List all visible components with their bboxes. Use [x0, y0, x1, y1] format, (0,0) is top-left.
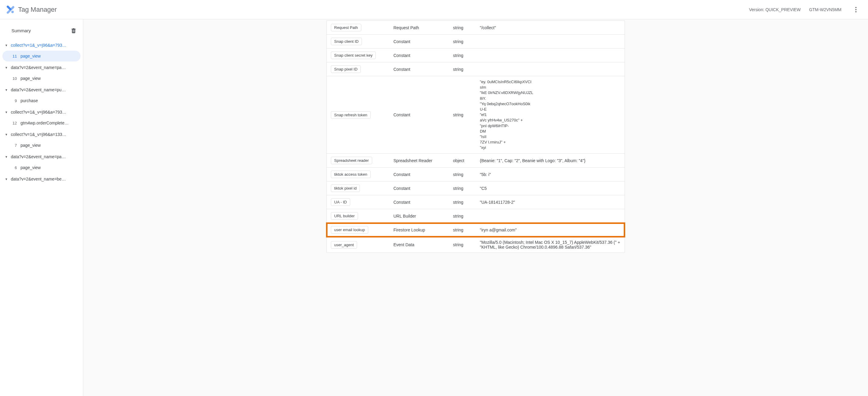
variable-return-type: string: [449, 76, 476, 154]
svg-point-2: [11, 10, 14, 13]
sidebar-event-item[interactable]: 6page_view: [2, 162, 81, 173]
variable-type: Firestore Lookup: [389, 223, 449, 237]
variable-return-type: string: [449, 223, 476, 237]
variable-type: Constant: [389, 168, 449, 182]
variable-value: "iryn a@gmail.com": [476, 223, 625, 237]
sidebar-group-label: data?v=2&event_name=pu…: [11, 88, 66, 92]
sidebar-group: ▼data?v=2&event_name=pu…9purchase: [2, 85, 81, 106]
event-label: page_view: [21, 165, 41, 170]
variable-value: [476, 62, 625, 76]
sidebar-group: ▼collect?v=1&_v=j96&a=133…7page_view: [2, 129, 81, 151]
variable-name-chip[interactable]: Request Path: [331, 24, 361, 31]
sidebar-group-header[interactable]: ▼collect?v=1&_v=j96&a=793…: [2, 40, 81, 51]
sidebar-group-header[interactable]: ▼data?v=2&event_name=pa…: [2, 151, 81, 162]
variable-type: Constant: [389, 76, 449, 154]
event-number: 6: [11, 165, 17, 170]
sidebar-group-header[interactable]: ▼data?v=2&event_name=be…: [2, 174, 81, 185]
event-label: page_view: [21, 54, 41, 59]
variable-row[interactable]: Snap pixel IDConstantstring: [327, 62, 625, 76]
variable-row[interactable]: URL builderURL Builderstring: [327, 209, 625, 223]
version-label: Version: QUICK_PREVIEW: [749, 7, 801, 12]
variable-value: "/collect": [476, 21, 625, 35]
variable-type: Constant: [389, 195, 449, 209]
variable-type: URL Builder: [389, 209, 449, 223]
sidebar-event-item[interactable]: 10page_view: [2, 73, 81, 84]
summary-label: Summary: [11, 28, 31, 33]
variable-return-type: string: [449, 209, 476, 223]
variable-name-chip[interactable]: UA - ID: [331, 198, 350, 206]
variable-name-chip[interactable]: user email lookup: [331, 226, 368, 234]
header-left: Tag Manager: [6, 5, 57, 14]
variable-return-type: string: [449, 182, 476, 195]
variable-name-chip[interactable]: Spreadsheet reader: [331, 157, 372, 164]
variable-value: "C5: [476, 182, 625, 195]
variable-row[interactable]: tiktok access tokenConstantstring"5b: i": [327, 168, 625, 182]
sidebar-group-label: data?v=2&event_name=be…: [11, 176, 66, 182]
variable-type: Request Path: [389, 21, 449, 35]
svg-rect-4: [74, 30, 74, 32]
more-menu-button[interactable]: [850, 4, 862, 16]
sidebar-group-label: data?v=2&event_name=pa…: [11, 154, 66, 159]
container-id: GTM-W2VN5MM: [809, 7, 841, 12]
variable-type: Constant: [389, 48, 449, 62]
variable-return-type: string: [449, 237, 476, 253]
variable-value: "ey. 0uMCIsInR5cCI6IkpXVCI sIm "IkE: [476, 76, 625, 154]
event-number: 9: [11, 99, 17, 103]
gtm-logo-icon: [6, 5, 14, 14]
variable-return-type: string: [449, 168, 476, 182]
variable-return-type: string: [449, 62, 476, 76]
variable-row[interactable]: Snap client secret keyConstantstring: [327, 48, 625, 62]
chevron-down-icon: ▼: [5, 88, 8, 92]
variable-type: Constant: [389, 35, 449, 48]
app-title: Tag Manager: [18, 6, 57, 13]
variable-name-chip[interactable]: Snap refresh token: [331, 111, 371, 119]
sidebar-group-label: collect?v=1&_v=j96&a=793…: [11, 110, 66, 114]
variable-row[interactable]: user email lookupFirestore Lookupstring"…: [327, 223, 625, 237]
variable-return-type: object: [449, 154, 476, 168]
variable-return-type: string: [449, 21, 476, 35]
variable-row[interactable]: UA - IDConstantstring"UA-181411728-2": [327, 195, 625, 209]
variable-row[interactable]: user_agentEvent Datastring"Mozilla/5.0 (…: [327, 237, 625, 253]
clear-icon[interactable]: [70, 27, 77, 34]
chevron-down-icon: ▼: [5, 44, 8, 47]
variable-type: Constant: [389, 182, 449, 195]
sidebar-group: ▼data?v=2&event_name=be…: [2, 174, 81, 185]
variable-return-type: string: [449, 35, 476, 48]
variables-table: Request PathRequest Pathstring"/collect"…: [327, 21, 625, 253]
variable-name-chip[interactable]: Snap pixel ID: [331, 65, 361, 73]
sidebar-group: ▼data?v=2&event_name=pa…6page_view: [2, 151, 81, 173]
variable-value: "Mozilla/5.0 (Macintosh; Intel Mac OS X …: [476, 237, 625, 253]
variable-name-chip[interactable]: tiktok access token: [331, 171, 371, 178]
sidebar-event-item[interactable]: 11page_view: [2, 51, 81, 62]
variable-row[interactable]: Snap client IDConstantstring: [327, 35, 625, 48]
sidebar-event-item[interactable]: 12gtm4wp.orderComplete…: [2, 118, 81, 128]
event-label: page_view: [21, 76, 41, 81]
variable-row[interactable]: Request PathRequest Pathstring"/collect": [327, 21, 625, 35]
variable-return-type: string: [449, 195, 476, 209]
variable-name-chip[interactable]: Snap client ID: [331, 38, 362, 45]
variable-value: [476, 209, 625, 223]
variable-return-type: string: [449, 48, 476, 62]
sidebar-group-label: collect?v=1&_v=j96&a=793…: [11, 43, 66, 47]
event-label: page_view: [21, 143, 41, 148]
variable-name-chip[interactable]: user_agent: [331, 241, 357, 249]
variable-value: [476, 35, 625, 48]
sidebar-group-header[interactable]: ▼collect?v=1&_v=j96&a=133…: [2, 129, 81, 140]
variable-name-chip[interactable]: URL builder: [331, 212, 358, 220]
sidebar-event-item[interactable]: 9purchase: [2, 95, 81, 106]
variable-row[interactable]: Snap refresh tokenConstantstring"ey. 0uM…: [327, 76, 625, 154]
header-right: Version: QUICK_PREVIEW GTM-W2VN5MM: [749, 4, 862, 16]
variable-row[interactable]: Spreadsheet readerSpreadsheet Readerobje…: [327, 154, 625, 168]
variable-row[interactable]: tiktok pixel idConstantstring"C5: [327, 182, 625, 195]
sidebar-event-item[interactable]: 7page_view: [2, 140, 81, 151]
variable-name-chip[interactable]: Snap client secret key: [331, 52, 376, 59]
sidebar-group-header[interactable]: ▼data?v=2&event_name=pu…: [2, 85, 81, 95]
variable-value: [476, 48, 625, 62]
chevron-down-icon: ▼: [5, 66, 8, 69]
variable-name-chip[interactable]: tiktok pixel id: [331, 185, 360, 192]
sidebar-group-header[interactable]: ▼collect?v=1&_v=j96&a=793…: [2, 107, 81, 118]
sidebar-group-label: collect?v=1&_v=j96&a=133…: [11, 132, 66, 137]
summary-row[interactable]: Summary: [2, 25, 81, 40]
sidebar-group-header[interactable]: ▼data?v=2&event_name=pa…: [2, 62, 81, 73]
event-label: gtm4wp.orderComplete…: [21, 121, 69, 125]
